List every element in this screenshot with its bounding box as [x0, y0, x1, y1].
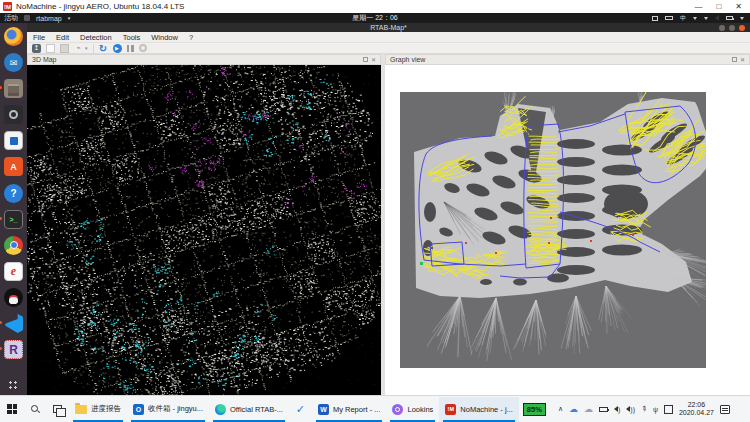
rtabmap-window-title: RTAB-Map* — [27, 24, 750, 31]
graph-canvas[interactable] — [400, 92, 706, 368]
host-titlebar: !M NoMachine - jingyu AERO, Ubuntu 18.04… — [0, 0, 750, 13]
taskbar-app-outlook[interactable]: O 收件箱 - jingyu... — [127, 397, 209, 422]
notification-center-icon[interactable] — [720, 405, 730, 414]
rtabmap-app-icon: R — [4, 340, 23, 359]
dock-float-icon[interactable] — [732, 57, 737, 62]
taskbar-app-label: Official RTAB-... — [230, 405, 283, 414]
taskbar-search-button[interactable] — [24, 397, 46, 422]
search-icon — [31, 405, 39, 413]
taskbar-app-label: 进度报告 — [91, 404, 121, 414]
task-view-icon — [53, 405, 62, 413]
dock-graph-view: Graph view ✕ — [385, 54, 750, 395]
taskbar-app-label: Lookins — [407, 405, 433, 414]
cloud-sync-icon[interactable]: ☁ — [569, 404, 578, 414]
taskbar-app-check[interactable]: ✓ — [289, 397, 312, 422]
check-app-icon: ✓ — [295, 404, 306, 415]
launcher-item-terminal[interactable]: >_ — [2, 208, 25, 231]
menu-detection[interactable]: Detection — [80, 33, 112, 42]
tray-chevron-icon[interactable]: ∧ — [558, 405, 563, 413]
ubuntu-launcher: ✉ A ? >_ e R — [0, 23, 27, 395]
host-window-title: NoMachine - jingyu AERO, Ubuntu 18.04.4 … — [16, 2, 694, 11]
task-view-button[interactable] — [46, 397, 69, 422]
taskbar-app-word[interactable]: W My Report - ... — [312, 397, 387, 422]
panel-clock[interactable]: 星期一 22：06 — [0, 13, 750, 23]
launcher-item-qq[interactable] — [2, 286, 25, 309]
rtabmap-titlebar[interactable]: RTAB-Map* — [27, 23, 750, 32]
edit-database-button[interactable] — [60, 44, 69, 53]
dock-3d-header[interactable]: 3D Map ✕ — [27, 54, 381, 65]
play-button[interactable]: ▶ — [113, 44, 122, 53]
screen: !M NoMachine - jingyu AERO, Ubuntu 18.04… — [0, 0, 750, 422]
graph-view[interactable] — [385, 65, 750, 395]
menu-help[interactable]: ? — [189, 33, 193, 42]
launcher-item-files[interactable] — [2, 77, 25, 100]
dock-3d-title: 3D Map — [32, 56, 57, 63]
launcher-item-utility[interactable] — [2, 103, 25, 126]
stop-button[interactable] — [139, 44, 147, 52]
toolbar: ↥ ⌁ ▾ ↻ ▶ — [27, 43, 750, 54]
dock-float-icon[interactable] — [363, 57, 368, 62]
launcher-item-vscode[interactable] — [2, 312, 25, 335]
battery-icon[interactable] — [726, 16, 733, 20]
launcher-item-rtabmap[interactable]: R — [2, 338, 25, 361]
close-button[interactable]: ✕ — [735, 2, 742, 11]
map-3d-view[interactable] — [27, 65, 381, 395]
qq-icon — [4, 288, 23, 307]
pen-icon[interactable]: ✎ — [639, 404, 649, 414]
taskbar-app-folder[interactable]: 进度报告 — [69, 397, 127, 422]
maximize-button[interactable]: □ — [716, 2, 721, 11]
taskbar-app-lookins[interactable]: Lookins — [386, 397, 439, 422]
dock-close-icon[interactable]: ✕ — [371, 56, 376, 63]
map-3d-canvas[interactable] — [27, 65, 381, 395]
show-applications-icon[interactable] — [8, 380, 19, 391]
window-minimize-icon[interactable] — [719, 25, 725, 31]
launcher-item-mail[interactable]: ✉ — [2, 51, 25, 74]
menu-edit[interactable]: Edit — [56, 33, 69, 42]
menu-window[interactable]: Window — [151, 33, 178, 42]
taskbar-app-label: 收件箱 - jingyu... — [148, 404, 203, 414]
open-database-button[interactable]: ↥ — [32, 44, 41, 53]
menu-file[interactable]: File — [33, 33, 45, 42]
windows-logo-icon — [7, 404, 17, 414]
rtabmap-window: File Edit Detection Tools Window ? ↥ ⌁ ▾… — [27, 32, 750, 395]
outlook-icon: O — [133, 404, 144, 415]
launcher-item-writer[interactable] — [2, 129, 25, 152]
firefox-icon — [4, 27, 23, 46]
launcher-item-help[interactable]: ? — [2, 182, 25, 205]
remote-desktop: 活动 rtabmap ▾ 星期一 22：06 中 ✉ — [0, 13, 750, 395]
taskbar-time: 22:06 — [679, 401, 714, 409]
pause-button[interactable] — [127, 45, 134, 52]
preferences-tool-button[interactable]: ⌁ — [74, 44, 83, 53]
cloud-storage-icon[interactable]: ☁ — [584, 404, 593, 414]
utility-icon — [4, 105, 23, 124]
window-maximize-icon[interactable] — [729, 25, 735, 31]
menu-tools[interactable]: Tools — [123, 33, 141, 42]
launcher-item-software[interactable]: A — [2, 155, 25, 178]
usb-icon[interactable]: ψ — [653, 406, 658, 413]
window-close-icon[interactable] — [739, 25, 745, 31]
minimize-button[interactable]: — — [694, 2, 702, 11]
tray-network-icon[interactable]: ) — [614, 406, 620, 413]
edge-icon — [215, 404, 226, 415]
dock-graph-title: Graph view — [390, 56, 425, 63]
taskbar-date: 2020.04.27 — [679, 409, 714, 417]
dock-graph-header[interactable]: Graph view ✕ — [385, 54, 750, 65]
refresh-button[interactable]: ↻ — [99, 44, 108, 53]
tool-caret-icon: ▾ — [85, 45, 88, 51]
start-button[interactable] — [0, 397, 24, 422]
ime-tray-icon[interactable] — [664, 405, 673, 414]
tray-battery-icon[interactable] — [599, 407, 608, 412]
launcher-item-chrome[interactable] — [2, 234, 25, 257]
tray-volume-icon[interactable]: )) — [626, 406, 635, 413]
launcher-item-firefox[interactable] — [2, 25, 25, 48]
battery-percentage-badge[interactable]: 85% — [523, 403, 546, 416]
chrome-icon — [4, 236, 23, 255]
taskbar-app-edge[interactable]: Official RTAB-... — [209, 397, 289, 422]
taskbar-clock[interactable]: 22:06 2020.04.27 — [679, 401, 714, 417]
taskbar-app-nomachine[interactable]: !M NoMachine - j... — [439, 397, 519, 422]
new-database-button[interactable] — [46, 44, 55, 53]
drawing-app-icon: e — [4, 262, 23, 281]
taskbar-app-label: NoMachine - j... — [460, 405, 513, 414]
dock-close-icon[interactable]: ✕ — [740, 56, 745, 63]
launcher-item-drawing[interactable]: e — [2, 260, 25, 283]
